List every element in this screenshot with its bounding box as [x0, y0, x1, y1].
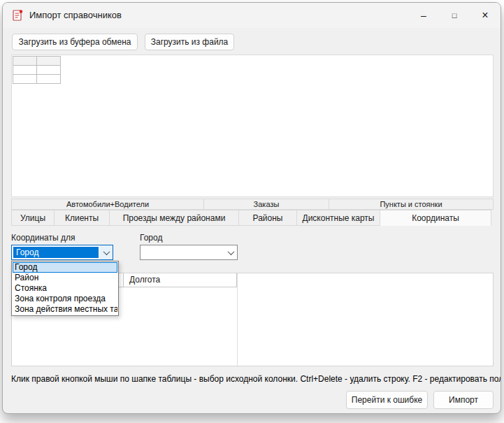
combo-dropdown-list: ГородРайонСтоянкаЗона контроля проездаЗо… [11, 261, 119, 316]
coordinates-for-combobox[interactable]: Город [11, 245, 113, 260]
source-data-grid[interactable] [13, 56, 61, 84]
source-data-panel[interactable] [11, 55, 494, 197]
import-button[interactable]: Импорт [433, 391, 494, 409]
grid-cell [13, 57, 37, 66]
goto-error-button[interactable]: Перейти к ошибке [346, 391, 428, 409]
city-label: Город [140, 233, 162, 243]
tab[interactable]: Проезды между районами [109, 210, 239, 226]
usage-hint: Клик правой кнопкой мыши по шапке таблиц… [11, 374, 496, 384]
combobox-value [142, 247, 223, 258]
combobox-value: Город [13, 247, 99, 258]
dropdown-option[interactable]: Зона действия местных тар [13, 304, 117, 315]
close-button[interactable]: × [470, 3, 501, 28]
tab[interactable]: Координаты [380, 210, 491, 226]
tab-row-1: Автомобили+ВодителиЗаказыПункты и стоянк… [11, 199, 495, 210]
tab[interactable]: Пункты и стоянки [329, 199, 494, 210]
grid-cell [37, 57, 61, 66]
chevron-down-icon[interactable] [224, 245, 237, 259]
city-combobox[interactable] [140, 245, 238, 260]
grid-cell [37, 66, 61, 75]
coordinates-for-label: Координаты для [11, 233, 75, 243]
dropdown-option[interactable]: Стоянка [13, 283, 117, 294]
dropdown-option[interactable]: Район [13, 273, 117, 283]
column-divider [237, 273, 238, 366]
titlebar[interactable]: Импорт справочников – □ × [3, 3, 501, 28]
tab[interactable]: Дисконтные карты [296, 210, 380, 226]
tab[interactable]: Клиенты [54, 210, 110, 226]
load-from-clipboard-button[interactable]: Загрузить из буфера обмена [12, 34, 138, 50]
grid-cell [13, 75, 37, 84]
category-tabs: Автомобили+ВодителиЗаказыПункты и стоянк… [11, 199, 495, 226]
minimize-button[interactable]: – [408, 3, 439, 28]
tab[interactable]: Улицы [11, 210, 55, 226]
dropdown-option[interactable]: Город [13, 262, 117, 273]
window-title: Импорт справочников [29, 3, 122, 28]
maximize-button[interactable]: □ [439, 3, 470, 28]
import-directories-dialog: Импорт справочников – □ × Загрузить из б… [2, 2, 501, 414]
grid-cell [13, 66, 37, 75]
column-header[interactable]: Долгота [124, 273, 237, 287]
tab[interactable]: Районы [238, 210, 297, 226]
app-icon [11, 9, 24, 22]
tab-row-2: УлицыКлиентыПроезды между районамиРайоны… [11, 210, 495, 226]
tab[interactable]: Заказы [203, 199, 329, 210]
screen: Импорт справочников – □ × Загрузить из б… [0, 0, 504, 423]
load-from-file-button[interactable]: Загрузить из файла [145, 34, 234, 50]
dropdown-option[interactable]: Зона контроля проезда [13, 294, 117, 304]
grid-cell [37, 75, 61, 84]
tab[interactable]: Автомобили+Водители [11, 199, 204, 210]
chevron-down-icon[interactable] [100, 245, 113, 259]
